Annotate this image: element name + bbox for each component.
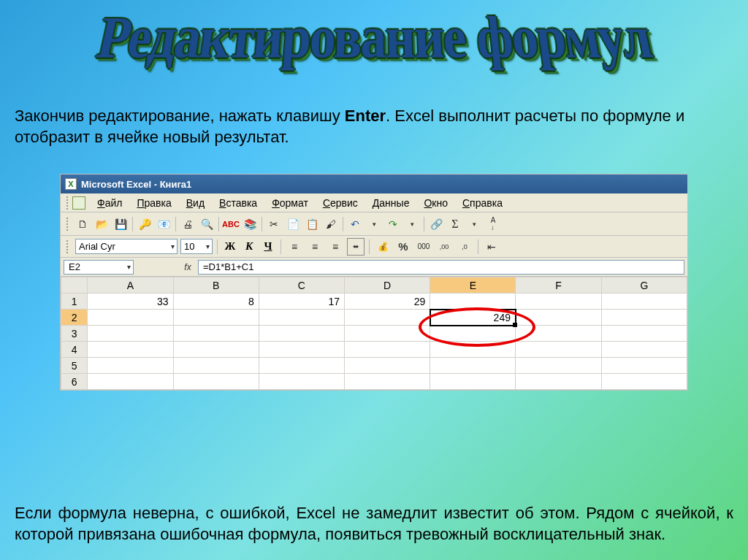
menu-data[interactable]: Данные [365,196,417,210]
menu-tools[interactable]: Сервис [316,196,365,210]
decrease-decimal-icon[interactable]: ,0 [456,238,473,256]
redo-icon[interactable]: ↷ [384,215,402,233]
cell-a1[interactable]: 33 [88,294,173,310]
cell-b1[interactable]: 8 [173,294,259,310]
menu-edit[interactable]: Правка [129,196,178,210]
menu-view[interactable]: Вид [179,196,212,210]
cut-icon[interactable]: ✂ [265,215,283,233]
cell[interactable] [516,374,601,390]
decrease-indent-icon[interactable]: ⇤ [483,238,500,256]
row-header-4[interactable]: 4 [61,342,88,358]
cell[interactable] [173,374,259,390]
cell[interactable] [173,342,259,358]
cell[interactable] [88,342,173,358]
col-header-d[interactable]: D [345,277,430,294]
cell-d2[interactable] [345,310,430,326]
workbook-icon[interactable] [72,196,85,210]
cell[interactable] [88,358,173,374]
cell-g1[interactable] [601,294,687,310]
paste-icon[interactable]: 📋 [303,215,321,233]
menu-file[interactable]: Файл [90,196,129,210]
cell[interactable] [88,326,173,342]
cell[interactable] [345,374,430,390]
permission-icon[interactable]: 🔑 [136,215,153,233]
cell[interactable] [173,326,259,342]
cell[interactable] [345,358,430,374]
cell[interactable] [516,326,601,342]
cell[interactable] [259,342,344,358]
menu-window[interactable]: Окно [416,196,455,210]
cell[interactable] [516,358,601,374]
menu-insert[interactable]: Вставка [212,196,264,210]
sort-icon[interactable]: А↓ [484,215,502,233]
grip-icon[interactable] [66,240,69,253]
row-header-2[interactable]: 2 [61,310,88,326]
fx-icon[interactable]: fx [180,262,195,272]
cell[interactable] [601,374,687,390]
copy-icon[interactable]: 📄 [284,215,302,233]
hyperlink-icon[interactable]: 🔗 [427,215,445,233]
cell[interactable] [259,358,344,374]
col-header-e[interactable]: E [430,277,516,294]
open-icon[interactable]: 📂 [93,215,110,233]
cell[interactable] [259,374,344,390]
cell-a2[interactable] [88,310,173,326]
format-painter-icon[interactable]: 🖌 [322,215,340,233]
cell-b2[interactable] [173,310,259,326]
menu-help[interactable]: Справка [455,196,510,210]
save-icon[interactable]: 💾 [112,215,129,233]
redo-drop-icon[interactable]: ▾ [403,215,421,233]
col-header-f[interactable]: F [516,277,601,294]
row-header-3[interactable]: 3 [61,326,88,342]
cell[interactable] [173,358,259,374]
cell[interactable] [430,358,516,374]
row-header-6[interactable]: 6 [61,374,88,390]
cell[interactable] [516,342,601,358]
col-header-c[interactable]: C [259,277,344,294]
col-header-a[interactable]: A [88,277,173,294]
underline-button[interactable]: Ч [260,239,276,254]
row-header-5[interactable]: 5 [61,358,88,374]
research-icon[interactable]: 📚 [241,215,259,233]
cell[interactable] [601,358,687,374]
print-icon[interactable]: 🖨 [179,215,196,233]
cell-f2[interactable] [516,310,601,326]
name-box[interactable]: E2 [64,260,134,275]
align-left-icon[interactable]: ≡ [286,238,303,256]
currency-icon[interactable]: 💰 [374,238,392,256]
cell-c1[interactable]: 17 [259,294,344,310]
italic-button[interactable]: К [241,239,257,254]
select-all-corner[interactable] [61,277,88,294]
col-header-g[interactable]: G [601,277,687,294]
grip-icon[interactable] [66,196,69,210]
grip-icon[interactable] [66,218,69,231]
cell[interactable] [430,342,516,358]
font-size-combo[interactable]: 10 [180,239,213,254]
cell-e1[interactable] [430,294,516,310]
font-name-combo[interactable]: Arial Cyr [75,239,178,254]
spreadsheet-grid[interactable]: A B C D E F G 1 33 8 17 29 2 [61,277,687,390]
cell-f1[interactable] [516,294,601,310]
cell-d1[interactable]: 29 [345,294,430,310]
menu-format[interactable]: Формат [264,196,316,210]
col-header-b[interactable]: B [173,277,259,294]
cell[interactable] [259,326,344,342]
increase-decimal-icon[interactable]: ,00 [435,238,453,256]
cell[interactable] [430,326,516,342]
merge-icon[interactable]: ⬌ [347,238,365,256]
cell[interactable] [345,342,430,358]
mail-icon[interactable]: 📧 [155,215,172,233]
cell-e2[interactable]: 249 [430,310,516,326]
cell-c2[interactable] [259,310,344,326]
new-icon[interactable]: 🗋 [74,215,91,233]
formula-input[interactable]: =D1*B1+C1 [198,260,684,275]
align-center-icon[interactable]: ≡ [306,238,324,256]
cell[interactable] [345,326,430,342]
thousands-icon[interactable]: 000 [415,238,432,256]
cell[interactable] [430,374,516,390]
cell[interactable] [601,342,687,358]
row-header-1[interactable]: 1 [61,294,88,310]
cell-g2[interactable] [601,310,687,326]
autosum-drop-icon[interactable]: ▾ [465,215,483,233]
bold-button[interactable]: Ж [222,239,238,254]
